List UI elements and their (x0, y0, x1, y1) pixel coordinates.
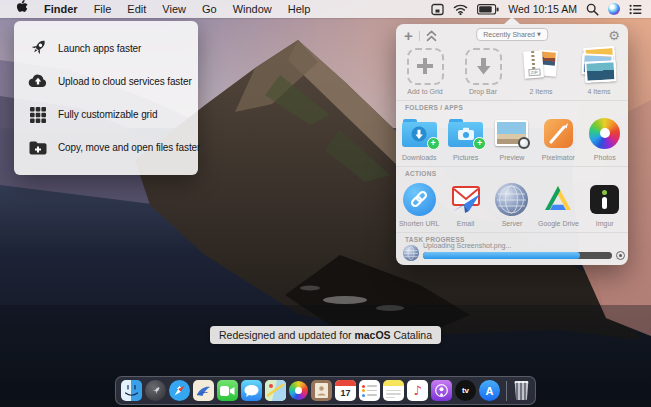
dock-icon-app-store[interactable]: A (479, 380, 500, 401)
feature-label: Fully customizable grid (58, 109, 157, 120)
item-label: Photos (594, 154, 616, 161)
dock-icon-tv[interactable]: tv (455, 380, 476, 401)
menu-item-edit[interactable]: Edit (119, 0, 154, 18)
recently-shared-dropdown[interactable]: Recently Shared ▼ (476, 28, 548, 41)
spotlight-icon[interactable] (586, 3, 599, 16)
music-note-glyph: ♪ (413, 383, 421, 398)
action-shorten-url[interactable]: Shorten URL (396, 181, 442, 227)
add-button[interactable]: + (404, 29, 413, 43)
calendar-day: 17 (340, 386, 350, 400)
item-pixelmator[interactable]: Pixelmator (535, 115, 581, 161)
menu-item-go[interactable]: Go (194, 0, 225, 18)
dock-icon-reminders[interactable] (359, 380, 380, 401)
menu-item-view[interactable]: View (154, 0, 194, 18)
caption-container: Redesigned and updated for macOS Catalin… (0, 326, 651, 344)
menu-bar-clock[interactable]: Wed 10:15 AM (508, 3, 577, 15)
dock-icon-contacts[interactable] (311, 380, 332, 401)
drop-target-label: 4 Items (588, 88, 611, 95)
item-pictures[interactable]: Pictures (442, 115, 488, 161)
drop-target-add-to-grid[interactable]: Add to Grid (396, 47, 454, 95)
add-to-grid-icon (407, 48, 444, 85)
globe-icon (403, 245, 419, 261)
popover-arrow (503, 17, 521, 25)
dock: 17 ♪ tv A (115, 376, 536, 405)
downloads-folder-icon (402, 119, 437, 147)
progress-fill (423, 252, 580, 259)
dock-icon-podcasts[interactable] (431, 380, 452, 401)
item-label: Preview (500, 154, 525, 161)
drop-target-drop-bar[interactable]: Drop Bar (454, 47, 512, 95)
battery-icon[interactable] (477, 4, 499, 15)
action-imgur[interactable]: Imgur (582, 181, 628, 227)
google-drive-icon (542, 184, 574, 214)
dock-icon-trash[interactable] (514, 381, 529, 400)
dropdown-label: Recently Shared (483, 31, 535, 38)
drop-target-label: Drop Bar (469, 88, 497, 95)
app-store-glyph: A (486, 385, 494, 397)
photos-app-icon (589, 118, 620, 149)
caption-pill: Redesigned and updated for macOS Catalin… (210, 326, 441, 344)
wifi-icon[interactable] (453, 4, 468, 15)
dropzone-menu-icon[interactable] (431, 3, 444, 16)
green-plus-badge (473, 137, 486, 150)
feature-row-grid: Fully customizable grid (14, 104, 198, 126)
dock-icon-safari[interactable] (169, 380, 190, 401)
feature-callout-panel: Launch apps faster Upload to cloud servi… (14, 21, 198, 175)
dock-separator (506, 381, 507, 401)
dock-icon-launchpad[interactable] (145, 380, 166, 401)
section-title-folders-apps: FOLDERS / APPS (405, 104, 463, 111)
dock-icon-messages[interactable] (241, 380, 262, 401)
action-label: Imgur (596, 220, 614, 227)
caption-suffix: Catalina (391, 329, 432, 341)
item-downloads[interactable]: Downloads (396, 115, 442, 161)
drop-target-2-items[interactable]: ZIP 2 Items (512, 47, 570, 95)
menu-item-file[interactable]: File (86, 0, 120, 18)
drop-target-4-items[interactable]: 4 Items (570, 47, 628, 95)
notification-center-icon[interactable] (629, 4, 642, 15)
action-email[interactable]: Email (442, 181, 488, 227)
chevrons-up-icon[interactable] (426, 30, 437, 42)
drop-targets-row: Add to Grid Drop Bar ZIP 2 Items 4 Items (396, 47, 628, 95)
dock-icon-calendar[interactable]: 17 (335, 380, 356, 401)
action-server[interactable]: Server (489, 181, 535, 227)
feature-row-upload: Upload to cloud services faster (14, 70, 198, 92)
upload-progress-bar (423, 252, 612, 259)
dock-icon-finder[interactable] (121, 380, 142, 401)
feature-label: Upload to cloud services faster (58, 76, 192, 87)
dock-icon-mail[interactable] (193, 380, 214, 401)
action-label: Email (457, 220, 475, 227)
drop-target-label: Add to Grid (407, 88, 442, 95)
folder-add-icon (27, 137, 49, 159)
apple-logo-icon (16, 0, 28, 14)
siri-icon[interactable] (608, 3, 620, 15)
dock-icon-photos[interactable] (289, 381, 308, 400)
zip-files-icon: ZIP (521, 47, 561, 85)
item-preview[interactable]: Preview (489, 115, 535, 161)
folders-apps-row: Downloads Pictures Preview Pixelmator Ph… (396, 115, 628, 161)
action-label: Google Drive (538, 220, 579, 227)
item-photos[interactable]: Photos (582, 115, 628, 161)
actions-row: Shorten URL Email Server Google Drive (396, 181, 628, 227)
dropzone-panel: + Recently Shared ▼ ⚙ Add to Grid Drop B… (396, 24, 628, 265)
toolbar-separator (419, 31, 420, 41)
drop-target-label: 2 Items (530, 88, 553, 95)
menu-bar-left: Finder File Edit View Go Window Help (0, 0, 318, 19)
gear-icon[interactable]: ⚙ (608, 29, 620, 42)
dock-icon-facetime[interactable] (217, 380, 238, 401)
apple-menu[interactable] (8, 0, 36, 19)
caption-bold: macOS (354, 329, 390, 341)
pictures-folder-icon (448, 119, 483, 147)
feature-row-copy: Copy, move and open files faster (14, 137, 198, 159)
stop-icon[interactable] (616, 251, 625, 260)
dock-icon-notes[interactable] (383, 380, 404, 401)
menu-item-window[interactable]: Window (225, 0, 280, 18)
section-divider (396, 232, 628, 233)
dock-icon-music[interactable]: ♪ (407, 380, 428, 401)
menu-item-help[interactable]: Help (280, 0, 319, 18)
action-google-drive[interactable]: Google Drive (535, 181, 581, 227)
rocket-icon (27, 37, 49, 59)
feature-row-launch: Launch apps faster (14, 37, 198, 59)
menu-item-finder[interactable]: Finder (36, 0, 86, 18)
preview-app-icon (495, 120, 528, 146)
dock-icon-maps[interactable] (265, 380, 286, 401)
